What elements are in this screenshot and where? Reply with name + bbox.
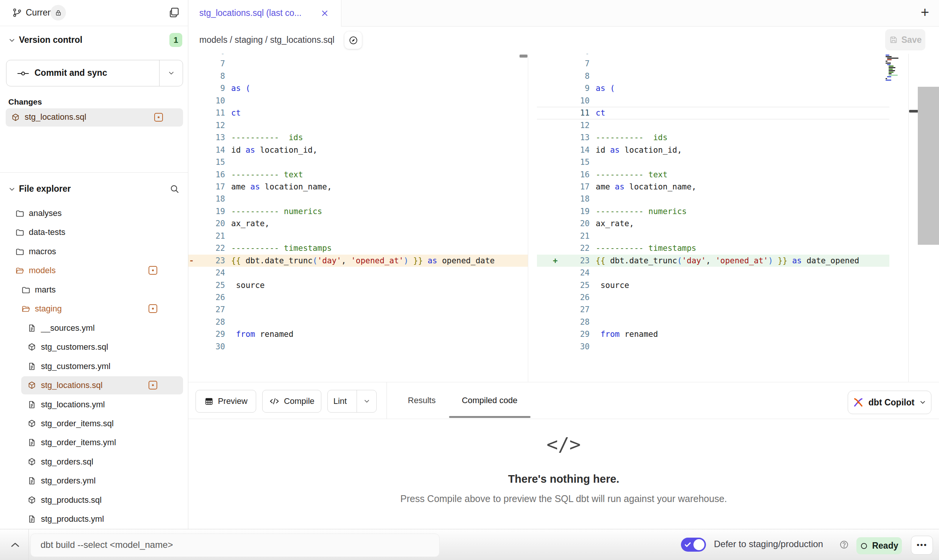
code-line-9[interactable]: 9as ( xyxy=(537,82,908,94)
code-line-26[interactable]: 26 xyxy=(188,291,528,303)
code-line-28[interactable]: 28 xyxy=(537,316,908,328)
code-line-19[interactable]: 19---------- numerics xyxy=(537,205,908,217)
left-pane-scrollbar[interactable] xyxy=(520,55,527,58)
chevron-up-icon[interactable] xyxy=(10,541,20,548)
code-line-12[interactable]: 12 xyxy=(537,119,908,131)
code-line-28[interactable]: 28 xyxy=(188,316,528,328)
code-line-29[interactable]: 29 from renamed xyxy=(537,328,908,340)
diff-pane-modified[interactable]: 6789as (1011ct1213---------- ids14id as … xyxy=(537,54,908,382)
code-line-8[interactable]: 8 xyxy=(188,70,528,82)
code-line-30[interactable]: 30 xyxy=(537,341,908,353)
code-line-17[interactable]: 17ame as location_name, xyxy=(537,181,908,193)
code-line-14[interactable]: 14id as location_id, xyxy=(188,144,528,156)
file-row-stg-orders-yml[interactable]: stg_orders.yml xyxy=(0,471,188,490)
code-line-22[interactable]: 22---------- timestamps xyxy=(188,242,528,254)
new-tab-button[interactable]: + xyxy=(921,0,929,27)
code-line-20[interactable]: 20ax_rate, xyxy=(188,217,528,230)
more-options-button[interactable]: ••• xyxy=(911,536,933,555)
file-row-models[interactable]: models xyxy=(0,261,188,280)
help-icon[interactable] xyxy=(839,540,849,550)
dbt-copilot-icon xyxy=(853,397,864,408)
code-line-16[interactable]: 16---------- text xyxy=(188,169,528,181)
code-line-18[interactable]: 18 xyxy=(188,193,528,205)
code-line-26[interactable]: 26 xyxy=(537,291,908,303)
diff-pane-original[interactable]: 6789as (1011ct1213---------- ids14id as … xyxy=(188,54,528,382)
code-line-29[interactable]: 29 from renamed xyxy=(188,328,528,340)
file-row-stg-products-yml[interactable]: stg_products.yml xyxy=(0,510,188,529)
file-row--sources-yml[interactable]: __sources.yml xyxy=(0,319,188,338)
commit-and-sync-button[interactable]: Commit and sync xyxy=(6,60,183,86)
search-icon[interactable] xyxy=(169,184,180,194)
diff-editor[interactable]: 6789as (1011ct1213---------- ids14id as … xyxy=(188,54,908,382)
code-line-27[interactable]: 27 xyxy=(537,303,908,316)
file-row-stg-locations-sql[interactable]: stg_locations.sql xyxy=(0,376,188,395)
code-line-8[interactable]: 8 xyxy=(537,70,908,82)
code-line-24[interactable]: 24 xyxy=(537,267,908,279)
code-line-10[interactable]: 10 xyxy=(537,95,908,107)
defer-toggle[interactable] xyxy=(681,538,706,552)
code-line-16[interactable]: 16---------- text xyxy=(537,169,908,181)
save-button[interactable]: Save xyxy=(885,29,925,50)
vertical-scrollbar[interactable] xyxy=(918,87,939,245)
code-line-6[interactable]: 6 xyxy=(188,54,528,58)
code-line-14[interactable]: 14id as location_id, xyxy=(537,144,908,156)
code-line-23[interactable]: -23{{ dbt.date_trunc('day', 'opened_at')… xyxy=(188,255,528,267)
file-row-data-tests[interactable]: data-tests xyxy=(0,223,188,242)
chevron-down-icon[interactable] xyxy=(8,36,16,44)
preview-button[interactable]: Preview xyxy=(196,390,256,413)
code-line-25[interactable]: 25 source xyxy=(537,279,908,291)
code-line-7[interactable]: 7 xyxy=(188,58,528,70)
code-line-15[interactable]: 15 xyxy=(537,156,908,168)
chevron-down-icon[interactable] xyxy=(8,185,16,193)
dbt-copilot-button[interactable]: dbt Copilot xyxy=(848,391,931,414)
file-row-stg-customers-yml[interactable]: stg_customers.yml xyxy=(0,357,188,376)
code-line-11[interactable]: 11ct xyxy=(188,107,528,119)
code-line-21[interactable]: 21 xyxy=(537,230,908,242)
file-row-stg-products-sql[interactable]: stg_products.sql xyxy=(0,491,188,510)
code-line-23[interactable]: +23{{ dbt.date_trunc('day', 'opened_at')… xyxy=(537,255,908,267)
code-line-27[interactable]: 27 xyxy=(188,303,528,316)
file-row-stg-order-items-yml[interactable]: stg_order_items.yml xyxy=(0,433,188,452)
code-line-30[interactable]: 30 xyxy=(188,341,528,353)
file-row-macros[interactable]: macros xyxy=(0,242,188,261)
tab-compiled-code[interactable]: Compiled code xyxy=(431,382,548,419)
code-line-22[interactable]: 22---------- timestamps xyxy=(537,242,908,254)
panel-resize-handle[interactable] xyxy=(909,110,918,113)
close-icon[interactable] xyxy=(320,9,329,18)
code-line-13[interactable]: 13---------- ids xyxy=(537,131,908,144)
minimap[interactable] xyxy=(886,54,908,83)
lint-button[interactable]: Lint xyxy=(327,390,377,413)
code-line-25[interactable]: 25 source xyxy=(188,279,528,291)
file-row-stg-order-items-sql[interactable]: stg_order_items.sql xyxy=(0,414,188,433)
file-row-analyses[interactable]: analyses xyxy=(0,204,188,223)
compile-button[interactable]: Compile xyxy=(262,390,321,413)
code-line-19[interactable]: 19---------- numerics xyxy=(188,205,528,217)
file-row-stg-customers-sql[interactable]: stg_customers.sql xyxy=(0,338,188,357)
commit-options-dropdown[interactable] xyxy=(159,60,183,86)
code-line-6[interactable]: 6 xyxy=(537,54,908,58)
code-line-20[interactable]: 20ax_rate, xyxy=(537,217,908,230)
code-line-13[interactable]: 13---------- ids xyxy=(188,131,528,144)
code-line-15[interactable]: 15 xyxy=(188,156,528,168)
file-row-stg-orders-sql[interactable]: stg_orders.sql xyxy=(0,452,188,471)
code-line-18[interactable]: 18 xyxy=(537,193,908,205)
code-line-10[interactable]: 10 xyxy=(188,95,528,107)
code-line-21[interactable]: 21 xyxy=(188,230,528,242)
explore-lineage-button[interactable] xyxy=(344,31,362,49)
file-row-stg-locations-yml[interactable]: stg_locations.yml xyxy=(0,395,188,414)
changed-file-row[interactable]: stg_locations.sql xyxy=(6,108,183,127)
version-control-header[interactable]: Version control 1 xyxy=(0,32,188,49)
lint-options-dropdown[interactable] xyxy=(357,390,376,412)
duplicate-icon[interactable] xyxy=(168,6,180,19)
code-line-12[interactable]: 12 xyxy=(188,119,528,131)
code-line-11[interactable]: 11ct xyxy=(537,107,908,119)
command-input[interactable]: dbt build --select <model_name> xyxy=(30,533,440,557)
file-row-marts[interactable]: marts xyxy=(0,280,188,299)
code-line-17[interactable]: 17ame as location_name, xyxy=(188,181,528,193)
code-line-9[interactable]: 9as ( xyxy=(188,82,528,94)
code-line-7[interactable]: 7 xyxy=(537,58,908,70)
file-row-staging[interactable]: staging xyxy=(0,299,188,318)
code-line-24[interactable]: 24 xyxy=(188,267,528,279)
tab-stg-locations[interactable]: stg_locations.sql (last co... xyxy=(188,0,341,27)
file-explorer-header[interactable]: File explorer xyxy=(0,180,188,198)
